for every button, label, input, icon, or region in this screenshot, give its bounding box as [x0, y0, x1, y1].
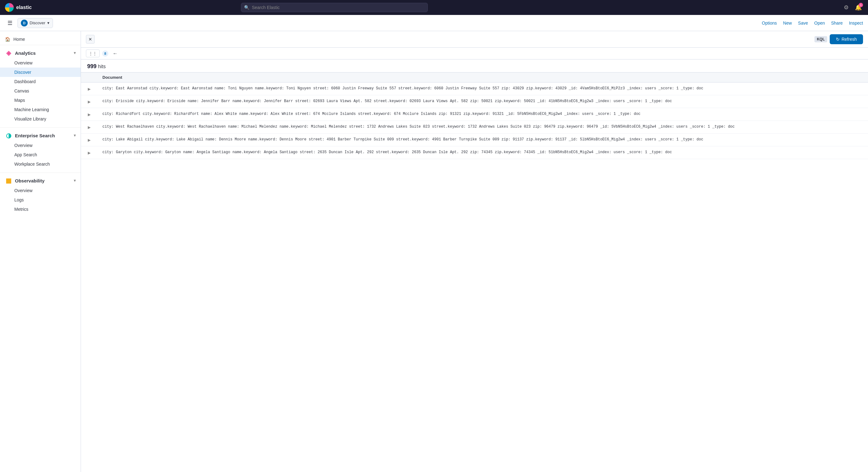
- notifications-button[interactable]: 🔔 1: [854, 3, 863, 12]
- kql-badge: KQL: [814, 36, 827, 42]
- refresh-icon: ↻: [836, 37, 840, 42]
- toolbar-row: ⋮⋮ 8 ←: [81, 48, 868, 60]
- expand-row-button[interactable]: ▶: [86, 86, 92, 92]
- sidebar-item-enterprise-overview[interactable]: Overview: [0, 141, 81, 150]
- sidebar-item-dashboard[interactable]: Dashboard: [0, 77, 81, 86]
- document-content: city: Richardfort city.keyword: Richardf…: [102, 111, 863, 117]
- logo-icon: [5, 3, 14, 12]
- sidebar-item-app-search[interactable]: App Search: [0, 150, 81, 159]
- collapse-sidebar-button[interactable]: ←: [111, 50, 120, 57]
- expand-column-header: [81, 72, 97, 83]
- hits-number: 999: [87, 63, 96, 69]
- share-link[interactable]: Share: [831, 21, 843, 26]
- app-name-label: Discover: [30, 21, 45, 25]
- sidebar-divider-2: [0, 172, 81, 173]
- nav-icon-group: ⚙ 🔔 1: [842, 3, 863, 12]
- document-content: city: Garyton city.keyword: Garyton name…: [102, 150, 863, 155]
- analytics-sub-items: Overview Discover Dashboard Canvas Maps …: [0, 58, 81, 126]
- document-content: city: Ericside city.keyword: Ericside na…: [102, 98, 863, 104]
- enterprise-sub-items: Overview App Search Workplace Search: [0, 141, 81, 171]
- avatar: D: [21, 20, 28, 27]
- notification-badge: 1: [859, 3, 863, 7]
- search-icon: 🔍: [244, 5, 249, 10]
- table-row: ▶ city: Lake Abigail city.keyword: Lake …: [81, 133, 868, 146]
- chevron-down-icon: ▾: [47, 21, 50, 25]
- expand-row-button[interactable]: ▶: [86, 150, 92, 156]
- refresh-label: Refresh: [841, 37, 857, 42]
- hamburger-icon: ☰: [7, 20, 12, 26]
- app-breadcrumb[interactable]: D Discover ▾: [18, 18, 53, 28]
- table-row: ▶ city: Richardfort city.keyword: Richar…: [81, 108, 868, 121]
- global-search-input[interactable]: [241, 3, 428, 12]
- close-icon: ✕: [88, 37, 92, 42]
- options-link[interactable]: Options: [762, 21, 777, 26]
- document-content: city: West Rachaelhaven city.keyword: We…: [102, 124, 863, 130]
- chevron-down-icon: ▾: [74, 51, 76, 55]
- inspect-link[interactable]: Inspect: [849, 21, 863, 26]
- document-column-header: Document: [97, 72, 868, 83]
- columns-icon: ⋮⋮: [89, 51, 97, 56]
- sidebar-item-logs[interactable]: Logs: [0, 195, 81, 204]
- chevron-down-icon: ▾: [74, 133, 76, 137]
- chevron-down-icon: ▾: [74, 179, 76, 183]
- gear-button[interactable]: ⚙: [842, 3, 850, 12]
- top-navigation: elastic 🔍 ⚙ 🔔 1: [0, 0, 868, 15]
- observability-icon: ▦: [5, 177, 12, 184]
- observability-sub-items: Overview Logs Metrics: [0, 186, 81, 216]
- table-row: ▶ city: Ericside city.keyword: Ericside …: [81, 95, 868, 108]
- sidebar-section-enterprise[interactable]: ◑ Enterprise Search ▾: [0, 129, 81, 141]
- document-content: city: East Aaronstad city.keyword: East …: [102, 86, 863, 92]
- expand-row-button[interactable]: ▶: [86, 99, 92, 105]
- content-area: ✕ KQL ↻ Refresh ⋮⋮ 8 ← 999 h: [81, 31, 868, 472]
- table-row: ▶ city: Garyton city.keyword: Garyton na…: [81, 146, 868, 159]
- collapse-icon: ←: [113, 51, 118, 56]
- sidebar-item-workplace-search[interactable]: Workplace Search: [0, 159, 81, 169]
- documents-table: Document ▶ city: East Aaronstad city.key…: [81, 72, 868, 159]
- analytics-label: Analytics: [15, 51, 36, 56]
- home-icon: 🏠: [5, 37, 10, 42]
- field-count-badge: 8: [102, 51, 108, 57]
- secondary-navigation: ☰ D Discover ▾ Options New Save Open Sha…: [0, 15, 868, 31]
- nav-actions: Options New Save Open Share Inspect: [762, 21, 863, 26]
- save-link[interactable]: Save: [798, 21, 808, 26]
- global-search[interactable]: 🔍: [241, 3, 428, 12]
- sidebar-item-metrics[interactable]: Metrics: [0, 204, 81, 214]
- elastic-logo: elastic: [5, 3, 32, 12]
- sidebar-item-maps[interactable]: Maps: [0, 96, 81, 105]
- query-input[interactable]: [97, 37, 812, 42]
- query-bar: ✕ KQL ↻ Refresh: [81, 31, 868, 48]
- new-link[interactable]: New: [783, 21, 792, 26]
- main-layout: 🏠 Home ◈ Analytics ▾ Overview Discover D…: [0, 31, 868, 472]
- sidebar-item-visualize-library[interactable]: Visualize Library: [0, 114, 81, 124]
- hits-count: 999 hits: [81, 60, 868, 72]
- sidebar-divider-1: [0, 127, 81, 128]
- field-count: 8: [104, 52, 106, 55]
- hits-label: hits: [98, 64, 106, 69]
- sidebar-item-overview[interactable]: Overview: [0, 58, 81, 68]
- expand-row-button[interactable]: ▶: [86, 137, 92, 143]
- home-label: Home: [13, 37, 25, 42]
- sidebar-item-observability-overview[interactable]: Overview: [0, 186, 81, 195]
- sidebar-section-observability[interactable]: ▦ Observability ▾: [0, 174, 81, 186]
- enterprise-label: Enterprise Search: [15, 133, 55, 138]
- query-close-button[interactable]: ✕: [86, 35, 95, 43]
- document-content: city: Lake Abigail city.keyword: Lake Ab…: [102, 137, 863, 143]
- observability-label: Observability: [15, 178, 44, 183]
- expand-row-button[interactable]: ▶: [86, 125, 92, 130]
- enterprise-icon: ◑: [5, 132, 12, 139]
- table-row: ▶ city: West Rachaelhaven city.keyword: …: [81, 121, 868, 133]
- refresh-button[interactable]: ↻ Refresh: [830, 34, 863, 44]
- columns-button[interactable]: ⋮⋮: [86, 50, 100, 57]
- sidebar: 🏠 Home ◈ Analytics ▾ Overview Discover D…: [0, 31, 81, 472]
- sidebar-item-canvas[interactable]: Canvas: [0, 86, 81, 96]
- open-link[interactable]: Open: [814, 21, 825, 26]
- logo-text: elastic: [16, 5, 32, 10]
- results-area: 999 hits Document ▶ city: Ea: [81, 60, 868, 472]
- sidebar-section-analytics[interactable]: ◈ Analytics ▾: [0, 46, 81, 58]
- analytics-icon: ◈: [5, 50, 12, 56]
- sidebar-item-home[interactable]: 🏠 Home: [0, 34, 81, 45]
- sidebar-item-machine-learning[interactable]: Machine Learning: [0, 105, 81, 114]
- expand-row-button[interactable]: ▶: [86, 112, 92, 117]
- sidebar-item-discover[interactable]: Discover: [0, 68, 81, 77]
- hamburger-button[interactable]: ☰: [5, 19, 15, 28]
